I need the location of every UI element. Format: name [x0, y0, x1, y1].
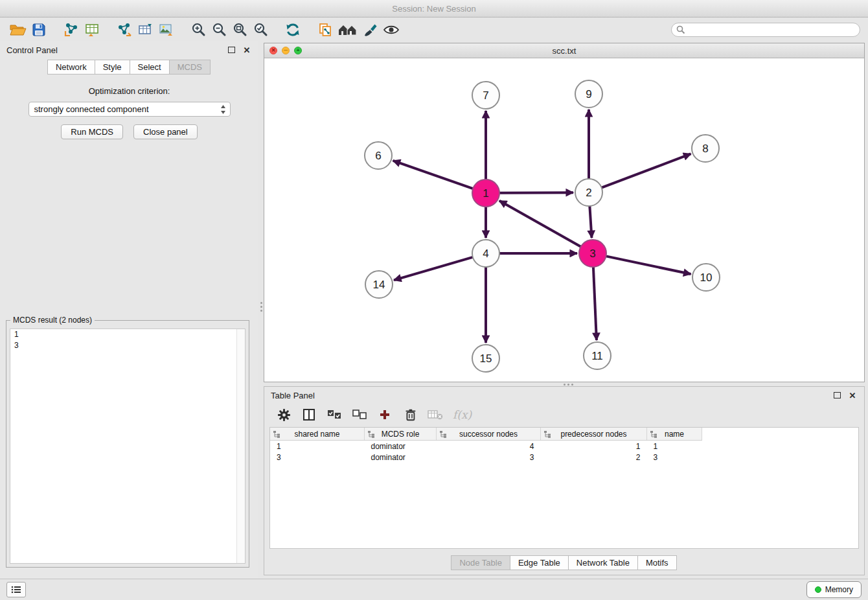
- maximize-window-button[interactable]: +: [294, 47, 302, 54]
- show-graphics-button[interactable]: [381, 20, 402, 40]
- table-panel-header: Table Panel ✕: [264, 387, 864, 404]
- table-row[interactable]: 1dominator411: [270, 441, 858, 452]
- mcds-result-item[interactable]: 1: [10, 329, 245, 340]
- graph-node-label: 8: [702, 143, 708, 155]
- apply-style-button[interactable]: [360, 20, 381, 40]
- tab-mcds[interactable]: MCDS: [169, 60, 211, 75]
- network-window-titlebar[interactable]: ✕ ─ + scc.txt: [264, 43, 864, 58]
- open-file-button[interactable]: [8, 20, 29, 40]
- tab-edge-table[interactable]: Edge Table: [510, 555, 569, 570]
- zoom-out-button[interactable]: [209, 20, 229, 40]
- import-table-icon: [84, 22, 100, 38]
- function-builder-button-disabled[interactable]: f(x): [453, 407, 472, 422]
- splitter-grip-icon: [260, 302, 262, 304]
- main-toolbar: [0, 17, 868, 41]
- column-header-MCDS-role[interactable]: MCDS role: [365, 428, 437, 441]
- graph-node-label: 6: [375, 150, 381, 162]
- column-header-name[interactable]: name: [647, 428, 702, 441]
- run-mcds-button[interactable]: Run MCDS: [61, 124, 123, 139]
- column-header-predecessor-nodes[interactable]: predecessor nodes: [541, 428, 647, 441]
- export-table-button[interactable]: [135, 20, 155, 40]
- trash-icon: [403, 408, 417, 422]
- table-panel-title: Table Panel: [271, 391, 315, 400]
- list-scrollbar[interactable]: [236, 329, 245, 563]
- window-controls: ✕ ─ +: [269, 47, 302, 54]
- zoom-selected-button[interactable]: [250, 20, 271, 40]
- attribute-type-icon: [367, 430, 375, 438]
- table-cell-empty: [702, 441, 859, 452]
- create-column-button[interactable]: [377, 407, 393, 422]
- graph-edge-1-6[interactable]: [393, 161, 474, 189]
- column-header-shared-name[interactable]: shared name: [270, 428, 365, 441]
- export-image-button[interactable]: [155, 20, 176, 40]
- table-settings-button[interactable]: [276, 407, 291, 422]
- save-session-button[interactable]: [29, 20, 49, 40]
- show-columns-button[interactable]: [301, 407, 317, 422]
- zoom-selected-icon: [253, 22, 268, 38]
- show-panels-button[interactable]: [6, 582, 26, 597]
- graph-edge-3-10[interactable]: [606, 256, 691, 274]
- mcds-result-item[interactable]: 3: [10, 340, 245, 351]
- close-mcds-panel-button[interactable]: Close panel: [133, 124, 198, 139]
- table-toolbar: f(x): [264, 404, 864, 426]
- float-icon: [834, 392, 841, 398]
- criterion-dropdown[interactable]: strongly connected component: [29, 102, 231, 117]
- close-table-panel-button[interactable]: ✕: [847, 390, 858, 400]
- tab-motifs[interactable]: Motifs: [637, 555, 677, 570]
- graph-edge-1-2[interactable]: [499, 192, 573, 193]
- zoom-in-button[interactable]: [188, 20, 209, 40]
- graph-edge-2-3[interactable]: [589, 206, 591, 238]
- tab-select[interactable]: Select: [130, 60, 170, 75]
- table-row[interactable]: 3dominator323: [270, 452, 858, 463]
- graph-edge-3-1[interactable]: [499, 201, 581, 247]
- close-window-button[interactable]: ✕: [269, 47, 277, 54]
- search-input[interactable]: [671, 23, 860, 37]
- table-cell[interactable]: 2: [541, 452, 647, 463]
- gear-icon: [277, 408, 291, 422]
- copy-network-icon: [317, 22, 333, 38]
- table-cell[interactable]: 1: [270, 441, 365, 452]
- criterion-dropdown-value: strongly connected component: [34, 104, 149, 114]
- zoom-fit-button[interactable]: [229, 20, 250, 40]
- close-panel-button[interactable]: ✕: [242, 45, 252, 55]
- delete-table-button-disabled[interactable]: [428, 407, 443, 422]
- table-cell[interactable]: 4: [437, 441, 541, 452]
- float-panel-button[interactable]: [226, 45, 236, 55]
- minimize-window-button[interactable]: ─: [282, 47, 290, 54]
- table-cell[interactable]: 3: [270, 452, 365, 463]
- delete-column-button[interactable]: [402, 407, 418, 422]
- export-network-button[interactable]: [114, 20, 135, 40]
- table-cell[interactable]: dominator: [365, 452, 437, 463]
- table-cell[interactable]: 1: [541, 441, 647, 452]
- columns-icon: [303, 408, 315, 421]
- import-network-button[interactable]: [61, 20, 82, 40]
- tab-network[interactable]: Network: [47, 60, 95, 75]
- graph-edge-3-11[interactable]: [593, 267, 597, 340]
- mcds-result-title: MCDS result (2 nodes): [10, 316, 95, 325]
- import-table-button[interactable]: [82, 20, 102, 40]
- vertical-splitter[interactable]: [258, 41, 264, 579]
- table-cell[interactable]: 3: [647, 452, 702, 463]
- select-all-columns-button[interactable]: [326, 407, 342, 422]
- tab-style[interactable]: Style: [95, 60, 130, 75]
- column-header-successor-nodes[interactable]: successor nodes: [437, 428, 541, 441]
- float-table-panel-button[interactable]: [832, 390, 842, 400]
- graph-edge-4-14[interactable]: [394, 257, 473, 280]
- copy-network-button[interactable]: [315, 20, 336, 40]
- deselect-all-columns-button[interactable]: [352, 407, 367, 422]
- graph-edge-2-8[interactable]: [602, 154, 691, 187]
- apply-layout-button[interactable]: [282, 20, 303, 40]
- table-cell[interactable]: 3: [437, 452, 541, 463]
- dropdown-arrows-icon: [220, 104, 226, 117]
- tab-node-table[interactable]: Node Table: [451, 555, 510, 570]
- graph-node-label: 1: [483, 187, 488, 200]
- tab-network-table[interactable]: Network Table: [568, 555, 638, 570]
- first-neighbors-button[interactable]: [336, 20, 360, 40]
- network-canvas[interactable]: 7968124314101511: [264, 58, 864, 382]
- mcds-result-list[interactable]: 13: [10, 329, 246, 564]
- window-title: Session: New Session: [392, 4, 475, 14]
- table-cell[interactable]: dominator: [365, 441, 437, 452]
- memory-button[interactable]: Memory: [806, 581, 862, 598]
- double-home-icon: [337, 23, 358, 37]
- table-cell[interactable]: 1: [647, 441, 702, 452]
